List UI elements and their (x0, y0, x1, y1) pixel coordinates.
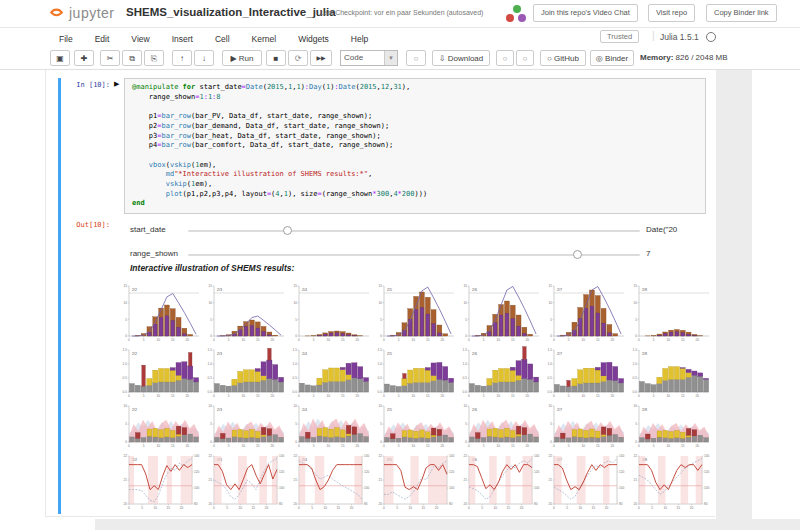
menu-help[interactable]: Help (340, 31, 379, 47)
svg-text:20: 20 (441, 394, 445, 398)
svg-text:0: 0 (383, 394, 385, 398)
svg-text:0: 0 (383, 444, 385, 448)
svg-text:0: 0 (550, 440, 552, 444)
horizontal-scrollbar[interactable] (95, 519, 800, 530)
code-editor[interactable]: @manipulate for start_date=Date(2015,1,1… (124, 78, 706, 214)
binder-activity-dots-icon (505, 4, 529, 24)
subplot-r3c2: 1050051015202/3 (203, 401, 288, 451)
paste-cell-button[interactable]: ⎘ (144, 50, 164, 66)
svg-text:10: 10 (326, 338, 330, 342)
subplot-r1c2: 151050051015202/3 (203, 281, 288, 345)
svg-text:5: 5 (295, 318, 297, 322)
subplot-r1c1: 151050051015202/2 (118, 281, 203, 345)
run-cell-button[interactable]: ▶ Run (222, 50, 262, 66)
menu-view[interactable]: View (120, 31, 160, 47)
memory-indicator: Memory: 826 / 2048 MB (640, 53, 728, 62)
subplot-r2c2: 1.51.00.50.0051015202/3 (203, 345, 288, 401)
vertical-scrollbar[interactable] (716, 70, 752, 530)
svg-text:5: 5 (483, 394, 485, 398)
svg-text:5: 5 (380, 318, 382, 322)
svg-text:0: 0 (380, 440, 382, 444)
cut-cell-button[interactable]: ✂ (100, 50, 120, 66)
stop-kernel-button[interactable]: ■ (266, 50, 286, 66)
svg-text:0: 0 (128, 506, 130, 510)
move-cell-down-button[interactable]: ↓ (194, 50, 214, 66)
svg-text:80: 80 (279, 502, 283, 506)
svg-text:15: 15 (341, 338, 345, 342)
svg-text:100: 100 (364, 486, 370, 490)
menu-cell[interactable]: Cell (204, 31, 241, 47)
svg-text:10: 10 (208, 404, 212, 408)
svg-text:20: 20 (356, 394, 360, 398)
slider-handle[interactable] (283, 226, 292, 235)
svg-text:140: 140 (279, 454, 285, 458)
restart-run-all-button[interactable]: ▶▶ (310, 50, 332, 66)
svg-text:80: 80 (704, 502, 708, 506)
restart-kernel-button[interactable]: ⟳ (288, 50, 308, 66)
toolbar: ▣ ✚ ✂ ⧉ ⎘ ↑ ↓ ▶ Run ■ ⟳ ▶▶ Code ▼ ○ ⇩ Do… (0, 47, 800, 70)
svg-text:5: 5 (226, 506, 228, 510)
visit-repo-button[interactable]: Visit repo (648, 4, 695, 22)
notebook-title[interactable]: SHEMS_visualization_Interactive_julia (126, 6, 336, 18)
svg-text:20: 20 (611, 338, 615, 342)
code-line: range_shown=1:1:8 (132, 93, 698, 103)
svg-text:1.5: 1.5 (293, 348, 298, 352)
extra-button-2[interactable]: ○ (516, 50, 534, 66)
svg-text:10: 10 (323, 506, 327, 510)
binder-button[interactable]: ◎ Binder (590, 50, 634, 66)
svg-text:0: 0 (210, 440, 212, 444)
svg-text:5: 5 (483, 338, 485, 342)
svg-text:15: 15 (171, 394, 175, 398)
svg-text:10: 10 (666, 338, 670, 342)
svg-text:0: 0 (213, 338, 215, 342)
jupyter-logo[interactable]: jupyter (48, 4, 115, 21)
code-line: p1=bar_row(bar_PV, Data_df, start_date, … (132, 112, 698, 122)
menu-insert[interactable]: Insert (161, 31, 204, 47)
add-cell-button[interactable]: ✚ (74, 50, 94, 66)
svg-text:15: 15 (256, 338, 260, 342)
svg-text:10: 10 (293, 404, 297, 408)
slider-track[interactable] (188, 254, 640, 256)
svg-text:5: 5 (228, 394, 230, 398)
slider-track[interactable] (188, 230, 640, 232)
svg-text:20: 20 (605, 506, 609, 510)
download-button[interactable]: ⇩ Download (432, 50, 490, 66)
svg-text:120: 120 (704, 470, 710, 474)
subplot-r3c4: 1050051015202/5 (373, 401, 458, 451)
svg-text:5: 5 (481, 506, 483, 510)
svg-text:10: 10 (153, 506, 157, 510)
svg-text:10: 10 (411, 444, 415, 448)
svg-text:2/8: 2/8 (642, 352, 647, 356)
svg-text:5: 5 (635, 318, 637, 322)
menu-items: FileEditViewInsertCellKernelWidgetsHelp (48, 28, 379, 47)
slider-handle[interactable] (573, 250, 582, 259)
menu-widgets[interactable]: Widgets (287, 31, 340, 47)
cell-type-select[interactable]: Code ▼ (340, 50, 398, 66)
svg-text:10: 10 (666, 444, 670, 448)
menu-file[interactable]: File (48, 31, 84, 47)
svg-text:5: 5 (313, 444, 315, 448)
video-chat-button[interactable]: Join this repo's Video Chat (533, 4, 638, 22)
svg-text:5: 5 (295, 422, 297, 426)
svg-text:10: 10 (241, 444, 245, 448)
copy-binder-link-button[interactable]: Copy Binder link (706, 4, 777, 22)
jupyter-logo-icon (48, 4, 65, 21)
extra-button-1[interactable]: ○ (496, 50, 514, 66)
save-button[interactable]: ▣ (50, 50, 70, 66)
github-button[interactable]: ○ GitHub (540, 50, 586, 66)
subplot-r1c6: 151050051015202/7 (543, 281, 628, 345)
command-palette-button[interactable]: ○ (406, 50, 426, 66)
subplot-r2c1: 1.51.00.50.0051015202/2 (118, 345, 203, 401)
menu-edit[interactable]: Edit (84, 31, 121, 47)
menu-kernel[interactable]: Kernel (241, 31, 288, 47)
svg-text:15: 15 (677, 506, 681, 510)
copy-cell-button[interactable]: ⧉ (122, 50, 142, 66)
svg-text:20: 20 (441, 444, 445, 448)
svg-text:10: 10 (496, 444, 500, 448)
svg-text:5: 5 (568, 444, 570, 448)
subplot-r4c4: 22212014012010080051015202/5 (373, 451, 458, 513)
svg-text:20: 20 (378, 502, 382, 506)
svg-text:21: 21 (463, 478, 467, 482)
move-cell-up-button[interactable]: ↑ (172, 50, 192, 66)
svg-text:15: 15 (337, 506, 341, 510)
